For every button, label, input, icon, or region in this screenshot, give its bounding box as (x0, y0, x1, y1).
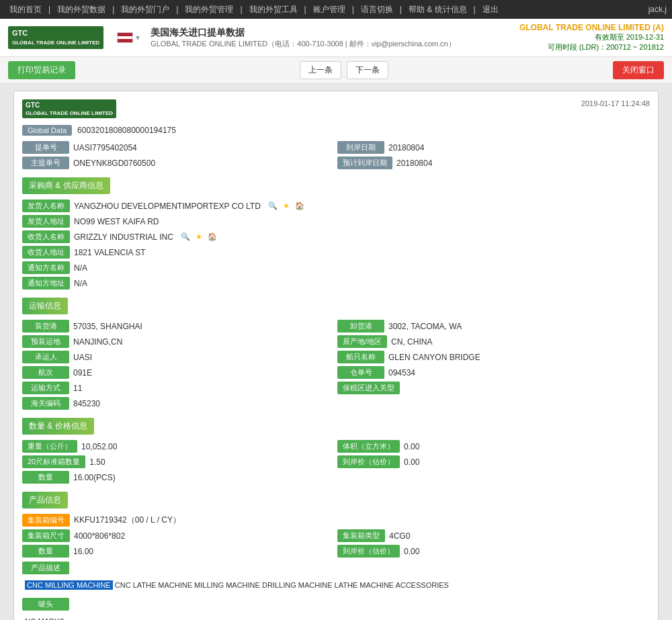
nav-trade-data[interactable]: 我的外贸数据 (53, 4, 110, 15)
nav-trade-manage[interactable]: 我的外贸管理 (181, 4, 237, 15)
search-consignee-icon[interactable]: 🔍 (180, 232, 191, 242)
loading-port-label: 装货港 (22, 320, 69, 333)
company-name-label: GLOBAL TRADE ONLINE LIMITED (A) (519, 23, 664, 32)
ftz-entry-row: 保税区进入关型 (337, 382, 650, 394)
transport-mode-label: 运输方式 (22, 382, 69, 394)
weight-label: 重量（公斤） (22, 440, 77, 453)
est-arrival-row: 预计到岸日期 20180804 (337, 157, 650, 169)
home-consignee-icon[interactable]: 🏠 (207, 232, 218, 242)
master-bill-row: 主提单号 ONEYNK8GD0760500 (22, 157, 335, 169)
pre-carriage-value: NANJING,CN (73, 337, 122, 347)
header-right-info: GLOBAL TRADE ONLINE LIMITED (A) 有效期至 201… (519, 23, 664, 52)
marks-area: 唛头 NO MARKS (22, 598, 650, 621)
voyage-value: 091E (73, 368, 92, 378)
container-no-value: KKFU1719342（00 / L / CY） (74, 515, 181, 526)
loading-port-value: 57035, SHANGHAI (73, 322, 142, 331)
container-no-label: 集装箱编号 (22, 514, 70, 527)
transport-section: 运输信息 装货港 57035, SHANGHAI 卸货港 3002, TACOM… (22, 298, 650, 410)
shipper-icons: 🔍 ★ 🏠 (267, 201, 305, 212)
voyage-label: 航次 (22, 366, 69, 379)
product-price-label: 到岸价（估价） (337, 545, 400, 558)
nav-buttons-top: 上一条 下一条 (300, 61, 388, 79)
shipper-address-row: 发货人地址 NO99 WEST KAIFA RD (22, 215, 650, 228)
container-type-value: 4CG0 (389, 531, 410, 541)
print-button-top[interactable]: 打印贸易记录 (8, 61, 75, 79)
warehouse-label: 仓单号 (337, 366, 384, 379)
next-button-top[interactable]: 下一条 (347, 61, 388, 79)
consignee-address-row: 收货人地址 1821 VALENCIA ST (22, 246, 650, 259)
star-consignee-icon[interactable]: ★ (194, 232, 204, 242)
star-shipper-icon[interactable]: ★ (281, 201, 292, 212)
nav-help[interactable]: 帮助 & 统计信息 (405, 4, 471, 15)
product-qty-label: 数量 (22, 545, 69, 558)
product-price-row: 到岸价（估价） 0.00 (337, 545, 650, 558)
pre-carriage-label: 预装运地 (22, 335, 69, 348)
buyer-supplier-section: 采购商 & 供应商信息 发货人名称 YANGZHOU DEVELOPMENTIM… (22, 177, 650, 290)
master-bill-label: 主提单号 (22, 157, 69, 169)
product-desc-label: 产品描述 (22, 562, 69, 574)
qty-row: 数量 16.00(PCS) (22, 471, 650, 484)
est-arrival-label: 预计到岸日期 (337, 157, 392, 169)
home-shipper-icon[interactable]: 🏠 (294, 201, 305, 212)
bill-no-label: 提单号 (22, 141, 69, 154)
product-qty-value: 16.00 (73, 547, 93, 556)
nav-logout[interactable]: 退出 (478, 4, 503, 15)
nav-language[interactable]: 语言切换 (357, 4, 397, 15)
close-button-top[interactable]: 关闭窗口 (613, 61, 664, 79)
prev-button-top[interactable]: 上一条 (300, 61, 341, 79)
notify-name-row: 通知方名称 N/A (22, 261, 650, 274)
carrier-row: 承运人 UASI (22, 351, 335, 363)
flag-lang-selector[interactable]: ▾ (117, 32, 140, 43)
user-name: jack.j (648, 5, 667, 14)
qty-value: 16.00(PCS) (73, 473, 116, 482)
master-bill-value: ONEYNK8GD0760500 (73, 159, 155, 168)
nav-trade-tools[interactable]: 我的外贸工具 (245, 4, 302, 15)
product-desc-area: 产品描述 CNC MILLING MACHINE CNC LATHE MACHI… (22, 562, 650, 594)
loading-port-row: 装货港 57035, SHANGHAI (22, 320, 335, 333)
est-arrival-value: 20180804 (396, 159, 432, 168)
consignee-icons: 🔍 ★ 🏠 (180, 232, 218, 242)
pre-carriage-row: 预装运地 NANJING,CN (22, 335, 335, 348)
customs-code-label: 海关编码 (22, 397, 69, 410)
marks-value: NO MARKS (22, 613, 650, 621)
customs-code-value: 845230 (73, 399, 100, 408)
buyer-supplier-grid: 发货人名称 YANGZHOU DEVELOPMENTIMPORTEXP CO L… (22, 200, 650, 290)
nav-account[interactable]: 账户管理 (309, 4, 349, 15)
marks-label: 唛头 (22, 598, 69, 611)
logo-area: GTCGLOBAL TRADE ONLINE LIMITED ▾ (8, 26, 140, 49)
transport-grid: 装货港 57035, SHANGHAI 卸货港 3002, TACOMA, WA… (22, 320, 650, 410)
quantity-section: 数量 & 价格信息 重量（公斤） 10,052.00 体积（立方米） 0.00 … (22, 418, 650, 484)
warehouse-row: 仓单号 094534 (337, 366, 650, 379)
ftz-entry-label: 保税区进入关型 (337, 382, 400, 394)
shipper-address-label: 发货人地址 (22, 215, 70, 228)
header-title-area: 美国海关进口提单数据 GLOBAL TRADE ONLINE LIMITED（电… (151, 27, 519, 49)
nav-trade-portal[interactable]: 我的外贸门户 (117, 4, 173, 15)
consignee-address-label: 收货人地址 (22, 246, 70, 259)
search-shipper-icon[interactable]: 🔍 (267, 201, 278, 212)
logo: GTCGLOBAL TRADE ONLINE LIMITED (8, 26, 103, 49)
nav-home[interactable]: 我的首页 (5, 4, 46, 15)
quantity-header: 数量 & 价格信息 (22, 418, 94, 435)
product-qty-row: 数量 16.00 (22, 545, 335, 558)
weight-value: 10,052.00 (81, 442, 117, 451)
container20-value: 1.50 (89, 457, 105, 467)
bill-no-row: 提单号 UASI7795402054 (22, 141, 335, 154)
product-section: 产品信息 集装箱编号 KKFU1719342（00 / L / CY） 集装箱尺… (22, 492, 650, 620)
vessel-name-row: 船只名称 GLEN CANYON BRIDGE (337, 351, 650, 363)
shipper-name-label: 发货人名称 (22, 200, 70, 212)
carrier-value: UASI (73, 353, 92, 362)
valid-until-label: 有效期至 2019-12-31 (519, 32, 664, 42)
notify-address-row: 通知方地址 N/A (22, 277, 650, 290)
origin-country-row: 原产地/地区 CN, CHINA (337, 335, 650, 348)
gtc-small-logo: GTCGLOBAL TRADE ONLINE LIMITED (22, 99, 116, 118)
product-highlight-keyword: CNC MILLING MACHINE (25, 580, 113, 590)
product-desc-rest: CNC LATHE MACHINE MILLING MACHINE DRILLI… (113, 581, 449, 589)
container20-row: 20尺标准箱数量 1.50 (22, 455, 335, 468)
transport-mode-value: 11 (73, 384, 82, 393)
container-type-row: 集装箱类型 4CG0 (337, 529, 650, 542)
bill-no-value: UASI7795402054 (73, 143, 137, 152)
origin-country-label: 原产地/地区 (337, 335, 387, 348)
notify-address-value: N/A (74, 279, 87, 288)
product-desc-text: CNC MILLING MACHINE CNC LATHE MACHINE MI… (22, 577, 650, 594)
volume-label: 体积（立方米） (337, 440, 400, 453)
